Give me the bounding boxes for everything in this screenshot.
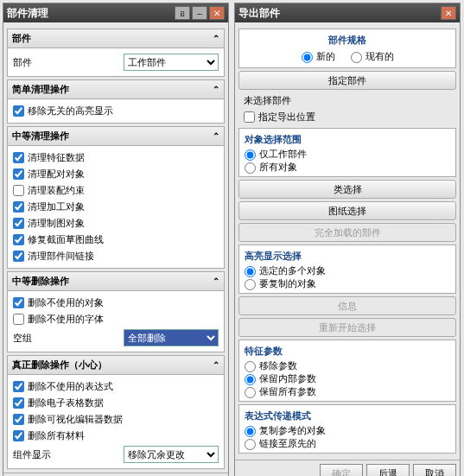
- chk-label: 清理部件间链接: [28, 250, 219, 263]
- radio-copy-obj[interactable]: 要复制的对象: [245, 278, 316, 289]
- assign-part-button[interactable]: 指定部件: [238, 71, 456, 90]
- ok-button: 确定: [320, 464, 363, 476]
- radio-link-orig[interactable]: 链接至原先的: [245, 438, 316, 448]
- section-body-simple: 移除无关的高亮显示: [7, 99, 225, 124]
- chk-label: 删除电子表格数据: [28, 397, 219, 409]
- chk-assign-location[interactable]: [244, 111, 255, 123]
- radio-selected-obj[interactable]: 选定的多个对象: [245, 265, 326, 276]
- chk-del-expr[interactable]: [13, 381, 24, 392]
- footer: 确定 后退 取消: [235, 460, 460, 476]
- radio-selected-obj-input[interactable]: [245, 266, 256, 277]
- empty-group-label: 空组: [13, 332, 124, 345]
- radio-all-obj-input[interactable]: [245, 162, 256, 174]
- chk-label: 修复截面草图曲线: [28, 233, 219, 246]
- chk-remove-highlight[interactable]: [13, 105, 24, 117]
- radio-keep-all-input[interactable]: [245, 387, 256, 398]
- chk-assembly-constraint[interactable]: [13, 185, 24, 196]
- chk-mate-obj[interactable]: [13, 168, 24, 180]
- chk-label: 删除不使用的对象: [28, 296, 219, 309]
- group-title: 表达式传递模式: [245, 408, 450, 424]
- chk-label: 清理加工对象: [28, 200, 219, 213]
- section-label: 中等删除操作: [12, 275, 69, 288]
- chk-machining-obj[interactable]: [13, 201, 24, 213]
- window-body: 部件 ⌃ 部件 工作部件 简单清理操作 ⌃ 移除无关的高亮显示 中等清理操作 ⌃…: [3, 22, 228, 473]
- component-display-label: 组件显示: [13, 448, 124, 461]
- chk-label: 清理配对对象: [28, 168, 219, 181]
- titlebar: 导出部件 ✕: [235, 3, 460, 22]
- full-load-button: 完全加载的部件: [238, 223, 456, 242]
- class-select-button[interactable]: 类选择: [238, 180, 456, 199]
- group-feature-params: 特征参数 移除参数 保留内部参数 保留所有参数: [238, 340, 456, 402]
- section-label: 部件: [12, 32, 31, 45]
- radio-keep-internal[interactable]: 保留内部参数: [245, 373, 316, 384]
- chk-feature-data[interactable]: [13, 152, 24, 163]
- chk-interpart-link[interactable]: [13, 251, 24, 262]
- section-header-real-delete[interactable]: 真正删除操作（小心） ⌃: [7, 355, 225, 375]
- group-title: 部件规格: [245, 32, 450, 48]
- radio-new-input[interactable]: [302, 52, 313, 63]
- window-title: 部件清理: [7, 6, 173, 21]
- window-part-cleanup: 部件清理 อ – ✕ 部件 ⌃ 部件 工作部件 简单清理操作 ⌃ 移除无关的高亮…: [3, 3, 229, 476]
- chk-del-unused-obj[interactable]: [13, 297, 24, 308]
- radio-keep-internal-input[interactable]: [245, 374, 256, 385]
- chk-del-visual-editor[interactable]: [13, 414, 24, 425]
- radio-new[interactable]: 新的: [302, 50, 335, 63]
- radio-remove-params-input[interactable]: [245, 361, 256, 372]
- radio-existing[interactable]: 现有的: [351, 50, 394, 63]
- chevron-up-icon: ⌃: [213, 360, 219, 370]
- component-display-select[interactable]: 移除冗余更改: [124, 446, 219, 463]
- section-body-part: 部件 工作部件: [7, 48, 225, 77]
- chk-label: 清理制图对象: [28, 217, 219, 230]
- chevron-up-icon: ⌃: [213, 276, 219, 286]
- chevron-up-icon: ⌃: [213, 85, 219, 94]
- minimize-icon[interactable]: –: [192, 6, 207, 20]
- radio-remove-params[interactable]: 移除参数: [245, 360, 297, 371]
- chk-label: 删除不使用的表达式: [28, 380, 219, 393]
- drawing-select-button[interactable]: 图纸选择: [238, 201, 456, 220]
- radio-link-orig-input[interactable]: [245, 439, 256, 450]
- chk-del-unused-font[interactable]: [13, 314, 24, 325]
- chk-del-materials[interactable]: [13, 430, 24, 441]
- chk-label: 移除无关的高亮显示: [28, 105, 219, 117]
- section-header-medium-clean[interactable]: 中等清理操作 ⌃: [7, 126, 225, 146]
- section-header-simple[interactable]: 简单清理操作 ⌃: [7, 79, 225, 99]
- chk-drafting-obj[interactable]: [13, 218, 24, 229]
- close-icon[interactable]: ✕: [441, 6, 456, 20]
- chk-label: 清理特征数据: [28, 151, 219, 164]
- group-title: 特征参数: [245, 343, 450, 359]
- radio-work-part[interactable]: 仅工作部件: [245, 149, 307, 159]
- radio-existing-input[interactable]: [351, 52, 362, 63]
- group-expression-mode: 表达式传递模式 复制参考的对象 链接至原先的: [238, 404, 456, 454]
- chk-label: 清理装配约束: [28, 184, 219, 197]
- restart-select-button: 重新开始选择: [238, 318, 456, 337]
- close-icon[interactable]: ✕: [209, 6, 225, 20]
- empty-group-select[interactable]: 全部删除: [124, 329, 219, 346]
- radio-copy-ref[interactable]: 复制参考的对象: [245, 425, 326, 435]
- section-header-part[interactable]: 部件 ⌃: [7, 29, 225, 48]
- chk-label: 删除不使用的字体: [28, 313, 219, 326]
- chk-label: 指定导出位置: [258, 111, 451, 124]
- chk-label: 删除所有材料: [28, 429, 219, 442]
- window-export-part: 导出部件 ✕ 部件规格 新的 现有的 指定部件 未选择部件 指定导出位置 对象选…: [234, 3, 461, 476]
- radio-keep-all[interactable]: 保留所有参数: [245, 386, 316, 397]
- chk-del-spreadsheet[interactable]: [13, 397, 24, 409]
- cancel-button[interactable]: 取消: [413, 464, 456, 476]
- radio-work-part-input[interactable]: [245, 149, 256, 161]
- help-icon[interactable]: อ: [175, 6, 190, 20]
- chevron-up-icon: ⌃: [213, 34, 219, 43]
- chevron-up-icon: ⌃: [213, 131, 219, 141]
- window-title: 导出部件: [238, 6, 439, 21]
- group-part-spec: 部件规格 新的 现有的: [238, 29, 456, 68]
- group-title: 高亮显示选择: [245, 248, 450, 264]
- radio-copy-obj-input[interactable]: [245, 279, 256, 290]
- section-body-medium-delete: 删除不使用的对象 删除不使用的字体 空组 全部删除: [7, 291, 225, 352]
- back-button[interactable]: 后退: [366, 464, 410, 476]
- radio-all-obj[interactable]: 所有对象: [245, 162, 297, 172]
- part-select[interactable]: 工作部件: [124, 54, 219, 71]
- section-body-medium-clean: 清理特征数据 清理配对对象 清理装配约束 清理加工对象 清理制图对象 修复截面草…: [7, 146, 225, 269]
- info-button: 信息: [238, 296, 456, 315]
- chk-repair-sketch[interactable]: [13, 234, 24, 245]
- radio-copy-ref-input[interactable]: [245, 426, 256, 437]
- group-range: 对象选择范围 仅工作部件 所有对象: [238, 128, 456, 177]
- section-header-medium-delete[interactable]: 中等删除操作 ⌃: [7, 271, 225, 291]
